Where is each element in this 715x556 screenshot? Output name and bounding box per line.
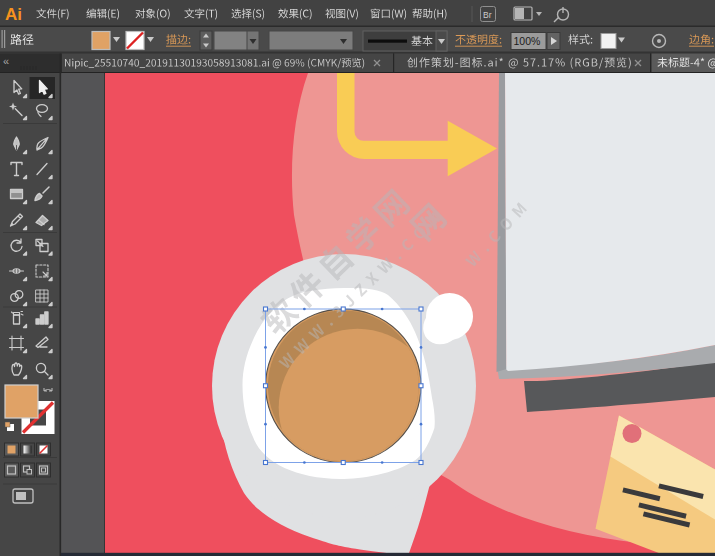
svg-text:«: « (3, 55, 9, 67)
svg-text:Br: Br (483, 10, 492, 20)
svg-text:100%: 100% (514, 35, 541, 47)
svg-text:Ai: Ai (5, 5, 22, 24)
